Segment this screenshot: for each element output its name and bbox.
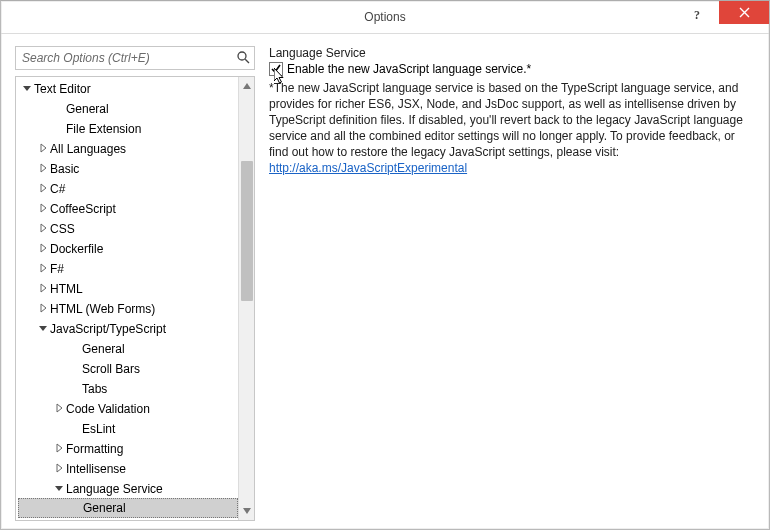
chevron-down-icon[interactable]: [36, 319, 50, 339]
tree-item-label: Dockerfile: [50, 239, 103, 259]
section-heading: Language Service: [269, 46, 755, 60]
tree-item[interactable]: General: [18, 99, 238, 119]
tree-scrollbar[interactable]: [238, 77, 254, 520]
tree-item[interactable]: JavaScript/TypeScript: [18, 319, 238, 339]
tree-item-label: Formatting: [66, 439, 123, 459]
chevron-right-icon[interactable]: [36, 199, 50, 219]
tree-item-label: General: [66, 99, 109, 119]
chevron-right-icon[interactable]: [36, 159, 50, 179]
svg-text:?: ?: [694, 9, 700, 21]
tree-item[interactable]: General: [18, 339, 238, 359]
chevron-right-icon[interactable]: [36, 239, 50, 259]
close-button[interactable]: [719, 1, 769, 24]
footnote: *The new JavaScript language service is …: [269, 80, 755, 176]
tree-item[interactable]: Language Service: [18, 479, 238, 499]
chevron-right-icon[interactable]: [36, 259, 50, 279]
tree-item[interactable]: Text Editor: [18, 79, 238, 99]
chevron-right-icon[interactable]: [36, 299, 50, 319]
tree-item-label: Basic: [50, 159, 79, 179]
tree-item[interactable]: HTML (Web Forms): [18, 299, 238, 319]
tree-item[interactable]: Intellisense: [18, 459, 238, 479]
scroll-down-icon[interactable]: [239, 502, 255, 520]
chevron-right-icon[interactable]: [52, 439, 66, 459]
tree-item-label: General: [82, 339, 125, 359]
options-tree[interactable]: Text EditorGeneralFile ExtensionAll Lang…: [16, 77, 238, 520]
tree-item[interactable]: CoffeeScript: [18, 199, 238, 219]
chevron-right-icon[interactable]: [36, 219, 50, 239]
search-input[interactable]: [15, 46, 255, 70]
tree-item-label: F#: [50, 259, 64, 279]
tree-item-label: HTML (Web Forms): [50, 299, 155, 319]
tree-item[interactable]: C#: [18, 179, 238, 199]
tree-item[interactable]: F#: [18, 259, 238, 279]
tree-item-label: HTML: [50, 279, 83, 299]
tree-item-label: JavaScript/TypeScript: [50, 319, 166, 339]
help-button[interactable]: ?: [677, 1, 719, 29]
footnote-text: *The new JavaScript language service is …: [269, 81, 743, 159]
tree-item-label: EsLint: [82, 419, 115, 439]
tree-item[interactable]: Tabs: [18, 379, 238, 399]
chevron-down-icon[interactable]: [52, 479, 66, 499]
tree-item-label: General: [83, 499, 126, 517]
checkbox-label: Enable the new JavaScript language servi…: [287, 62, 531, 76]
tree-item[interactable]: Scroll Bars: [18, 359, 238, 379]
svg-point-1: [238, 52, 246, 60]
tree-item[interactable]: Formatting: [18, 439, 238, 459]
chevron-down-icon[interactable]: [20, 79, 34, 99]
tree-item[interactable]: Basic: [18, 159, 238, 179]
search-icon[interactable]: [236, 50, 250, 67]
tree-item-label: Code Validation: [66, 399, 150, 419]
titlebar: Options ?: [1, 1, 769, 34]
tree-item[interactable]: HTML: [18, 279, 238, 299]
tree-item[interactable]: Code Validation: [18, 399, 238, 419]
chevron-right-icon[interactable]: [36, 139, 50, 159]
tree-item-label: Intellisense: [66, 459, 126, 479]
tree-item[interactable]: General: [18, 498, 238, 518]
tree-item[interactable]: File Extension: [18, 119, 238, 139]
options-dialog: Options ? Text EditorGeneralFile Extensi…: [0, 0, 770, 530]
options-left-pane: Text EditorGeneralFile ExtensionAll Lang…: [15, 46, 255, 521]
tree-item[interactable]: All Languages: [18, 139, 238, 159]
tree-item-label: Tabs: [82, 379, 107, 399]
tree-item[interactable]: CSS: [18, 219, 238, 239]
scroll-thumb[interactable]: [241, 161, 253, 301]
chevron-right-icon[interactable]: [36, 179, 50, 199]
enable-js-language-service-checkbox[interactable]: [269, 62, 283, 76]
tree-item[interactable]: Dockerfile: [18, 239, 238, 259]
chevron-right-icon[interactable]: [52, 399, 66, 419]
tree-item-label: Scroll Bars: [82, 359, 140, 379]
options-detail-pane: Language Service Enable the new JavaScri…: [269, 46, 755, 521]
chevron-right-icon[interactable]: [52, 459, 66, 479]
footnote-link[interactable]: http://aka.ms/JavaScriptExperimental: [269, 161, 467, 175]
tree-item-label: All Languages: [50, 139, 126, 159]
tree-item-label: CoffeeScript: [50, 199, 116, 219]
title-text: Options: [364, 10, 405, 24]
tree-item-label: Language Service: [66, 479, 163, 499]
tree-item-label: File Extension: [66, 119, 141, 139]
chevron-right-icon[interactable]: [36, 279, 50, 299]
tree-item-label: Text Editor: [34, 79, 91, 99]
tree-item-label: CSS: [50, 219, 75, 239]
tree-item-label: C#: [50, 179, 65, 199]
tree-item[interactable]: EsLint: [18, 419, 238, 439]
scroll-up-icon[interactable]: [239, 77, 255, 95]
